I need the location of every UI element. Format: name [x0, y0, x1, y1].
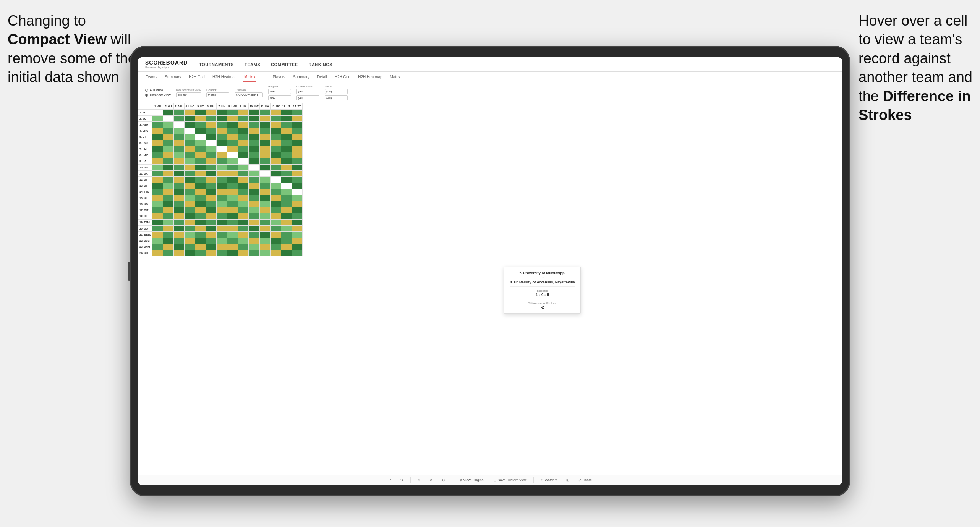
matrix-cell[interactable] [163, 171, 174, 177]
matrix-cell[interactable] [195, 244, 206, 250]
matrix-cell[interactable] [259, 207, 270, 213]
matrix-cell[interactable] [185, 152, 195, 158]
matrix-cell[interactable] [292, 220, 302, 226]
matrix-cell[interactable] [174, 226, 185, 232]
matrix-cell[interactable] [292, 201, 302, 207]
matrix-cell[interactable] [238, 201, 249, 207]
matrix-cell[interactable] [281, 128, 292, 134]
matrix-cell[interactable] [292, 195, 302, 201]
nav-committee[interactable]: COMMITTEE [271, 61, 298, 68]
matrix-cell[interactable] [206, 158, 217, 165]
toolbar-grid[interactable]: ⊞ [564, 477, 572, 483]
matrix-cell[interactable] [163, 177, 174, 183]
matrix-cell[interactable] [249, 238, 259, 244]
matrix-cell[interactable] [206, 152, 217, 158]
matrix-cell[interactable] [249, 146, 259, 152]
matrix-cell[interactable] [185, 140, 195, 146]
matrix-cell[interactable] [270, 183, 281, 189]
matrix-cell[interactable] [163, 201, 174, 207]
matrix-cell[interactable] [206, 226, 217, 232]
matrix-cell[interactable] [249, 213, 259, 220]
nav-teams[interactable]: TEAMS [245, 61, 260, 68]
matrix-cell[interactable] [217, 244, 227, 250]
matrix-cell[interactable] [206, 171, 217, 177]
matrix-cell[interactable] [152, 244, 163, 250]
matrix-cell[interactable] [217, 152, 227, 158]
matrix-cell[interactable] [152, 213, 163, 220]
toolbar-save-custom[interactable]: ⊟ Save Custom View [491, 477, 529, 483]
toolbar-redo[interactable]: ↪ [398, 477, 406, 483]
matrix-cell[interactable] [195, 250, 206, 256]
matrix-cell[interactable] [238, 250, 249, 256]
matrix-cell[interactable] [163, 122, 174, 128]
matrix-cell[interactable] [281, 122, 292, 128]
matrix-cell[interactable] [163, 140, 174, 146]
matrix-cell[interactable] [238, 195, 249, 201]
matrix-cell[interactable] [270, 110, 281, 116]
matrix-cell[interactable] [270, 158, 281, 165]
matrix-cell[interactable] [292, 171, 302, 177]
matrix-cell[interactable] [270, 171, 281, 177]
matrix-cell[interactable] [217, 195, 227, 201]
nav-tournaments[interactable]: TOURNAMENTS [199, 61, 234, 68]
matrix-cell[interactable] [195, 189, 206, 195]
matrix-cell[interactable] [270, 213, 281, 220]
filter-conference-select2[interactable]: (All) [296, 95, 319, 100]
matrix-cell[interactable] [152, 152, 163, 158]
matrix-cell[interactable] [227, 140, 238, 146]
matrix-cell[interactable] [174, 195, 185, 201]
matrix-cell[interactable] [238, 226, 249, 232]
matrix-cell[interactable] [152, 177, 163, 183]
matrix-cell[interactable] [206, 238, 217, 244]
matrix-cell[interactable] [238, 189, 249, 195]
matrix-cell[interactable] [281, 116, 292, 122]
matrix-cell[interactable] [195, 232, 206, 238]
subnav-players-h2hgrid[interactable]: H2H Grid [334, 73, 351, 82]
matrix-cell[interactable] [281, 213, 292, 220]
matrix-cell[interactable] [195, 201, 206, 207]
matrix-cell[interactable] [152, 122, 163, 128]
matrix-cell[interactable] [249, 165, 259, 171]
matrix-cell[interactable] [217, 238, 227, 244]
matrix-cell[interactable] [152, 171, 163, 177]
matrix-cell[interactable] [281, 171, 292, 177]
matrix-cell[interactable] [281, 207, 292, 213]
matrix-cell[interactable] [270, 177, 281, 183]
filter-region-select2[interactable]: N/A [268, 95, 291, 100]
matrix-cell[interactable] [227, 207, 238, 213]
matrix-cell[interactable] [217, 134, 227, 140]
matrix-cell[interactable] [227, 232, 238, 238]
toolbar-view-original[interactable]: ⊕ View: Original [457, 477, 487, 483]
matrix-cell[interactable] [217, 171, 227, 177]
matrix-cell[interactable] [163, 213, 174, 220]
matrix-cell[interactable] [249, 110, 259, 116]
matrix-cell[interactable] [206, 140, 217, 146]
matrix-cell[interactable] [163, 226, 174, 232]
matrix-cell[interactable] [227, 134, 238, 140]
matrix-cell[interactable] [195, 128, 206, 134]
subnav-h2hgrid[interactable]: H2H Grid [188, 73, 206, 82]
subnav-players-h2hheatmap[interactable]: H2H Heatmap [357, 73, 383, 82]
matrix-cell[interactable] [259, 220, 270, 226]
matrix-cell[interactable] [259, 110, 270, 116]
matrix-cell[interactable] [206, 146, 217, 152]
matrix-cell[interactable] [270, 116, 281, 122]
matrix-cell[interactable] [163, 244, 174, 250]
matrix-cell[interactable] [227, 213, 238, 220]
matrix-cell[interactable] [152, 165, 163, 171]
matrix-cell[interactable] [238, 134, 249, 140]
matrix-cell[interactable] [238, 128, 249, 134]
matrix-cell[interactable] [249, 140, 259, 146]
matrix-cell[interactable] [217, 146, 227, 152]
matrix-cell[interactable] [227, 165, 238, 171]
matrix-cell[interactable] [206, 165, 217, 171]
matrix-cell[interactable] [270, 146, 281, 152]
matrix-cell[interactable] [270, 244, 281, 250]
matrix-cell[interactable] [174, 122, 185, 128]
matrix-cell[interactable] [270, 134, 281, 140]
matrix-cell[interactable] [238, 146, 249, 152]
matrix-cell[interactable] [152, 146, 163, 152]
matrix-cell[interactable] [259, 232, 270, 238]
matrix-cell[interactable] [249, 220, 259, 226]
matrix-cell[interactable] [174, 152, 185, 158]
